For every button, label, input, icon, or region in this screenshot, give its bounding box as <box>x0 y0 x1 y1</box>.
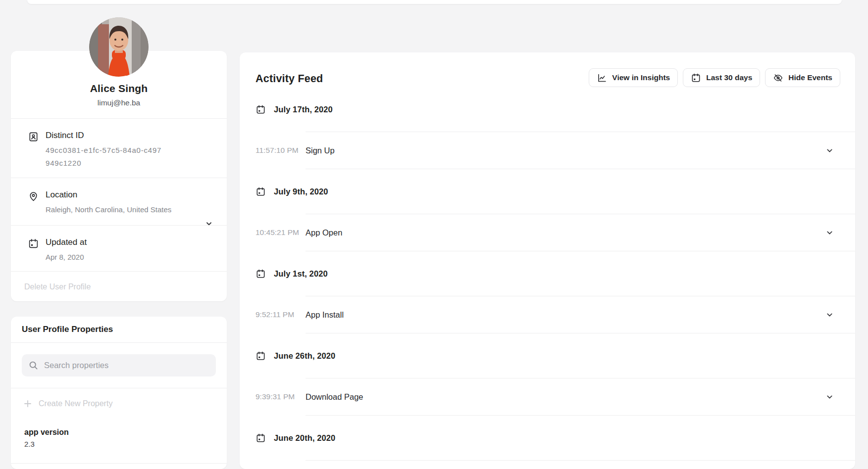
activity-feed-card: Activity Feed View in Insights <box>240 52 855 469</box>
feed-group: June 20th, 2020 <box>240 416 855 461</box>
button-label: Last 30 days <box>706 73 752 82</box>
divider <box>306 460 855 461</box>
property-value: 2.3 <box>24 440 227 448</box>
last-30-days-button[interactable]: Last 30 days <box>683 68 760 87</box>
distinct-id-value: 49cc0381-e1fc-57c5-84a0-c497949c1220 <box>46 144 163 169</box>
event-row[interactable]: 10:45:21 PM App Open <box>240 214 855 251</box>
date-label: July 17th, 2020 <box>274 105 333 114</box>
feed-group: July 9th, 2020 10:45:21 PM App Open <box>240 169 855 251</box>
date-header: July 1st, 2020 <box>240 251 855 296</box>
property-item: app version 2.3 <box>11 419 227 463</box>
search-properties-input[interactable] <box>44 361 209 370</box>
user-profile-card: Alice Singh limuj@he.ba Distinct ID 49cc… <box>11 51 227 301</box>
date-label: July 9th, 2020 <box>274 187 328 196</box>
id-card-icon <box>28 131 39 142</box>
event-time: 9:39:31 PM <box>255 392 306 401</box>
feed-group: June 26th, 2020 9:39:31 PM Download Page <box>240 333 855 416</box>
calendar-icon <box>255 187 266 197</box>
search-box[interactable] <box>22 354 216 376</box>
eye-off-icon <box>773 73 783 83</box>
event-time: 9:52:11 PM <box>255 310 306 319</box>
divider <box>11 463 227 464</box>
date-header: June 20th, 2020 <box>240 416 855 460</box>
date-label: June 20th, 2020 <box>274 433 335 443</box>
date-label: June 26th, 2020 <box>274 351 335 361</box>
event-time: 10:45:21 PM <box>255 228 306 237</box>
chevron-down-icon[interactable] <box>826 147 833 154</box>
event-name: Sign Up <box>306 146 826 155</box>
profile-email: limuj@he.ba <box>11 98 227 107</box>
calendar-icon <box>255 269 266 279</box>
location-pin-icon <box>28 190 39 202</box>
event-name: App Install <box>306 310 826 320</box>
chevron-down-icon[interactable] <box>826 229 833 236</box>
button-label: View in Insights <box>612 73 670 82</box>
field-label: Location <box>46 190 171 200</box>
delete-user-profile-button[interactable]: Delete User Profile <box>11 272 227 302</box>
insights-icon <box>597 73 607 83</box>
feed-actions: View in Insights Last 30 days <box>589 68 840 87</box>
create-new-property-label: Create New Property <box>39 399 112 408</box>
field-updated-at: Updated at Apr 8, 2020 <box>11 226 227 272</box>
field-distinct-id: Distinct ID 49cc0381-e1fc-57c5-84a0-c497… <box>11 119 227 178</box>
calendar-icon <box>255 351 266 361</box>
date-header: July 17th, 2020 <box>240 87 855 132</box>
chevron-down-icon[interactable] <box>826 311 833 319</box>
event-row[interactable]: 11:57:10 PM Sign Up <box>240 132 855 169</box>
date-header: July 9th, 2020 <box>240 169 855 214</box>
field-label: Updated at <box>46 237 87 247</box>
activity-feed-header: Activity Feed View in Insights <box>240 52 855 87</box>
plus-icon <box>24 400 32 408</box>
activity-feed-title: Activity Feed <box>255 73 323 87</box>
properties-panel-title: User Profile Properties <box>11 317 227 343</box>
profile-name: Alice Singh <box>11 83 227 94</box>
updated-at-value: Apr 8, 2020 <box>46 251 87 264</box>
view-in-insights-button[interactable]: View in Insights <box>589 68 678 87</box>
event-name: Download Page <box>306 392 826 402</box>
hide-events-button[interactable]: Hide Events <box>765 68 840 87</box>
event-row[interactable]: 9:52:11 PM App Install <box>240 296 855 333</box>
date-label: July 1st, 2020 <box>274 269 328 279</box>
calendar-icon <box>691 73 701 83</box>
chevron-down-icon[interactable] <box>826 393 833 401</box>
feed-group: July 1st, 2020 9:52:11 PM App Install <box>240 251 855 333</box>
date-header: June 26th, 2020 <box>240 333 855 378</box>
event-name: App Open <box>306 228 826 237</box>
calendar-icon <box>255 104 266 115</box>
feed-group: July 17th, 2020 11:57:10 PM Sign Up <box>240 87 855 169</box>
search-properties-section <box>11 343 227 388</box>
location-value: Raleigh, North Carolina, United States <box>46 203 171 216</box>
property-name: app version <box>24 428 227 437</box>
user-profile-properties-card: User Profile Properties Create New Prope… <box>11 317 227 469</box>
field-label: Distinct ID <box>46 131 163 141</box>
field-location: Location Raleigh, North Carolina, United… <box>11 178 227 226</box>
calendar-icon <box>255 433 266 443</box>
calendar-icon <box>28 238 39 249</box>
button-label: Hide Events <box>788 73 832 82</box>
avatar <box>89 17 149 77</box>
event-time: 11:57:10 PM <box>255 146 306 155</box>
event-row[interactable]: 9:39:31 PM Download Page <box>240 378 855 415</box>
search-icon <box>29 361 38 370</box>
create-new-property-button[interactable]: Create New Property <box>11 388 227 419</box>
top-nav-bottom-edge <box>27 0 842 4</box>
